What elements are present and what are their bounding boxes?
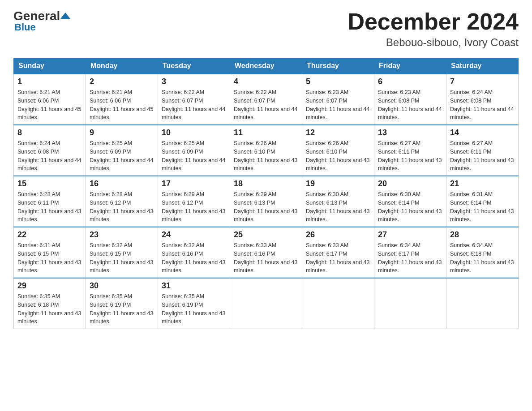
- day-info: Sunrise: 6:27 AM Sunset: 6:11 PM Dayligh…: [378, 139, 442, 173]
- day-number: 3: [162, 77, 226, 86]
- calendar-header-row: SundayMondayTuesdayWednesdayThursdayFrid…: [14, 58, 519, 74]
- page-header: General Blue December 2024 Bebouo-sibouo…: [13, 9, 519, 49]
- day-number: 10: [162, 128, 226, 137]
- col-header-monday: Monday: [86, 58, 158, 74]
- logo: General Blue: [13, 9, 70, 33]
- day-info: Sunrise: 6:26 AM Sunset: 6:10 PM Dayligh…: [306, 139, 370, 173]
- calendar-cell: 16 Sunrise: 6:28 AM Sunset: 6:12 PM Dayl…: [86, 176, 158, 227]
- week-row-3: 15 Sunrise: 6:28 AM Sunset: 6:11 PM Dayl…: [14, 176, 519, 227]
- day-info: Sunrise: 6:33 AM Sunset: 6:17 PM Dayligh…: [306, 241, 370, 275]
- calendar-cell: 10 Sunrise: 6:25 AM Sunset: 6:09 PM Dayl…: [158, 125, 230, 176]
- calendar-cell: 29 Sunrise: 6:35 AM Sunset: 6:18 PM Dayl…: [14, 278, 86, 329]
- day-number: 13: [378, 128, 442, 137]
- week-row-1: 1 Sunrise: 6:21 AM Sunset: 6:06 PM Dayli…: [14, 74, 519, 125]
- col-header-friday: Friday: [374, 58, 446, 74]
- calendar-cell: 24 Sunrise: 6:32 AM Sunset: 6:16 PM Dayl…: [158, 227, 230, 278]
- day-number: 30: [90, 281, 154, 291]
- calendar-cell: 1 Sunrise: 6:21 AM Sunset: 6:06 PM Dayli…: [14, 74, 86, 125]
- col-header-sunday: Sunday: [14, 58, 86, 74]
- calendar-cell: 9 Sunrise: 6:25 AM Sunset: 6:09 PM Dayli…: [86, 125, 158, 176]
- day-info: Sunrise: 6:31 AM Sunset: 6:15 PM Dayligh…: [17, 241, 82, 275]
- day-number: 4: [234, 77, 298, 86]
- day-info: Sunrise: 6:23 AM Sunset: 6:08 PM Dayligh…: [378, 88, 442, 122]
- day-info: Sunrise: 6:32 AM Sunset: 6:16 PM Dayligh…: [162, 241, 226, 275]
- day-info: Sunrise: 6:29 AM Sunset: 6:12 PM Dayligh…: [162, 190, 226, 224]
- calendar-cell: 30 Sunrise: 6:35 AM Sunset: 6:19 PM Dayl…: [86, 278, 158, 329]
- calendar-cell: 22 Sunrise: 6:31 AM Sunset: 6:15 PM Dayl…: [14, 227, 86, 278]
- day-info: Sunrise: 6:26 AM Sunset: 6:10 PM Dayligh…: [234, 139, 298, 173]
- day-number: 11: [234, 128, 298, 137]
- day-number: 6: [378, 77, 442, 86]
- day-info: Sunrise: 6:22 AM Sunset: 6:07 PM Dayligh…: [162, 88, 226, 122]
- day-info: Sunrise: 6:25 AM Sunset: 6:09 PM Dayligh…: [90, 139, 154, 173]
- day-info: Sunrise: 6:28 AM Sunset: 6:11 PM Dayligh…: [17, 190, 82, 224]
- day-number: 15: [17, 179, 82, 188]
- calendar-cell: [302, 278, 374, 329]
- day-number: 7: [450, 77, 515, 86]
- week-row-5: 29 Sunrise: 6:35 AM Sunset: 6:18 PM Dayl…: [14, 278, 519, 329]
- location-subtitle: Bebouo-sibouo, Ivory Coast: [348, 36, 519, 49]
- col-header-thursday: Thursday: [302, 58, 374, 74]
- day-info: Sunrise: 6:22 AM Sunset: 6:07 PM Dayligh…: [234, 88, 298, 122]
- day-number: 26: [306, 230, 370, 240]
- day-info: Sunrise: 6:30 AM Sunset: 6:13 PM Dayligh…: [306, 190, 370, 224]
- calendar-cell: 17 Sunrise: 6:29 AM Sunset: 6:12 PM Dayl…: [158, 176, 230, 227]
- day-info: Sunrise: 6:25 AM Sunset: 6:09 PM Dayligh…: [162, 139, 226, 173]
- day-number: 5: [306, 77, 370, 86]
- calendar-cell: [374, 278, 446, 329]
- calendar-cell: 21 Sunrise: 6:31 AM Sunset: 6:14 PM Dayl…: [446, 176, 519, 227]
- day-number: 17: [162, 179, 226, 188]
- calendar-cell: [446, 278, 519, 329]
- calendar-table: SundayMondayTuesdayWednesdayThursdayFrid…: [13, 58, 519, 329]
- calendar-cell: 3 Sunrise: 6:22 AM Sunset: 6:07 PM Dayli…: [158, 74, 230, 125]
- week-row-2: 8 Sunrise: 6:24 AM Sunset: 6:08 PM Dayli…: [14, 125, 519, 176]
- day-number: 29: [17, 281, 82, 291]
- day-number: 9: [90, 128, 154, 137]
- calendar-cell: 15 Sunrise: 6:28 AM Sunset: 6:11 PM Dayl…: [14, 176, 86, 227]
- day-info: Sunrise: 6:35 AM Sunset: 6:18 PM Dayligh…: [17, 292, 82, 326]
- calendar-cell: 26 Sunrise: 6:33 AM Sunset: 6:17 PM Dayl…: [302, 227, 374, 278]
- calendar-cell: [230, 278, 302, 329]
- calendar-cell: 6 Sunrise: 6:23 AM Sunset: 6:08 PM Dayli…: [374, 74, 446, 125]
- logo-icon: [60, 11, 70, 21]
- day-info: Sunrise: 6:29 AM Sunset: 6:13 PM Dayligh…: [234, 190, 298, 224]
- calendar-cell: 12 Sunrise: 6:26 AM Sunset: 6:10 PM Dayl…: [302, 125, 374, 176]
- day-info: Sunrise: 6:23 AM Sunset: 6:07 PM Dayligh…: [306, 88, 370, 122]
- day-info: Sunrise: 6:35 AM Sunset: 6:19 PM Dayligh…: [162, 292, 226, 326]
- day-number: 20: [378, 179, 442, 188]
- svg-marker-0: [60, 13, 70, 19]
- day-info: Sunrise: 6:33 AM Sunset: 6:16 PM Dayligh…: [234, 241, 298, 275]
- day-number: 8: [17, 128, 82, 137]
- day-info: Sunrise: 6:34 AM Sunset: 6:18 PM Dayligh…: [450, 241, 515, 275]
- day-number: 23: [90, 230, 154, 240]
- day-info: Sunrise: 6:24 AM Sunset: 6:08 PM Dayligh…: [450, 88, 515, 122]
- col-header-tuesday: Tuesday: [158, 58, 230, 74]
- day-info: Sunrise: 6:24 AM Sunset: 6:08 PM Dayligh…: [17, 139, 82, 173]
- day-number: 18: [234, 179, 298, 188]
- calendar-cell: 14 Sunrise: 6:27 AM Sunset: 6:11 PM Dayl…: [446, 125, 519, 176]
- calendar-cell: 2 Sunrise: 6:21 AM Sunset: 6:06 PM Dayli…: [86, 74, 158, 125]
- day-info: Sunrise: 6:34 AM Sunset: 6:17 PM Dayligh…: [378, 241, 442, 275]
- day-number: 12: [306, 128, 370, 137]
- calendar-cell: 23 Sunrise: 6:32 AM Sunset: 6:15 PM Dayl…: [86, 227, 158, 278]
- day-info: Sunrise: 6:35 AM Sunset: 6:19 PM Dayligh…: [90, 292, 154, 326]
- day-number: 19: [306, 179, 370, 188]
- calendar-cell: 18 Sunrise: 6:29 AM Sunset: 6:13 PM Dayl…: [230, 176, 302, 227]
- col-header-wednesday: Wednesday: [230, 58, 302, 74]
- day-number: 25: [234, 230, 298, 240]
- day-info: Sunrise: 6:32 AM Sunset: 6:15 PM Dayligh…: [90, 241, 154, 275]
- month-title: December 2024: [348, 9, 519, 34]
- day-number: 28: [450, 230, 515, 240]
- day-number: 16: [90, 179, 154, 188]
- calendar-cell: 4 Sunrise: 6:22 AM Sunset: 6:07 PM Dayli…: [230, 74, 302, 125]
- logo-blue: Blue: [13, 21, 36, 33]
- calendar-cell: 11 Sunrise: 6:26 AM Sunset: 6:10 PM Dayl…: [230, 125, 302, 176]
- day-info: Sunrise: 6:28 AM Sunset: 6:12 PM Dayligh…: [90, 190, 154, 224]
- day-info: Sunrise: 6:30 AM Sunset: 6:14 PM Dayligh…: [378, 190, 442, 224]
- day-number: 22: [17, 230, 82, 240]
- calendar-cell: 31 Sunrise: 6:35 AM Sunset: 6:19 PM Dayl…: [158, 278, 230, 329]
- calendar-cell: 19 Sunrise: 6:30 AM Sunset: 6:13 PM Dayl…: [302, 176, 374, 227]
- calendar-cell: 27 Sunrise: 6:34 AM Sunset: 6:17 PM Dayl…: [374, 227, 446, 278]
- calendar-cell: 13 Sunrise: 6:27 AM Sunset: 6:11 PM Dayl…: [374, 125, 446, 176]
- week-row-4: 22 Sunrise: 6:31 AM Sunset: 6:15 PM Dayl…: [14, 227, 519, 278]
